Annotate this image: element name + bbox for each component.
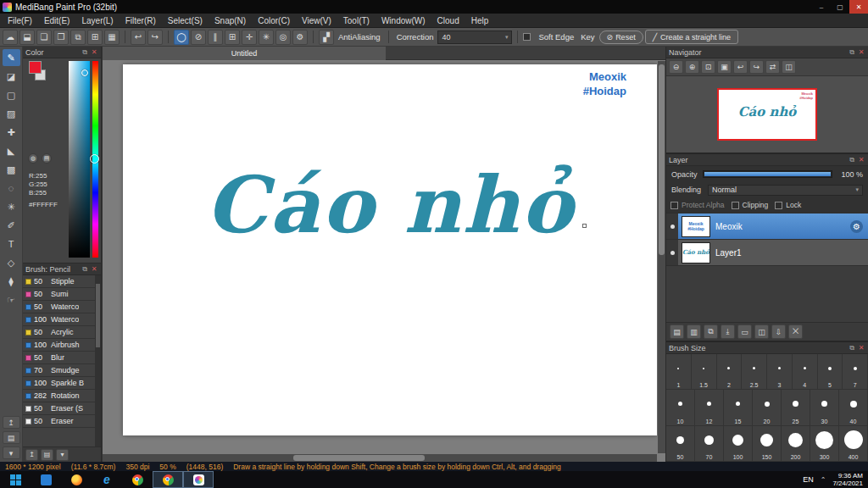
saturation-value-square[interactable]	[69, 61, 90, 258]
chrome-window-icon[interactable]	[153, 471, 183, 488]
marquee-select-tool[interactable]: ▢	[3, 86, 20, 103]
brush-size-option[interactable]: 10	[666, 390, 695, 424]
brush-size-option[interactable]: 20	[753, 390, 782, 424]
vertical-scrollbar[interactable]	[658, 61, 665, 453]
layer-visibility-dot[interactable]	[666, 214, 678, 239]
text-tool[interactable]: T	[3, 236, 20, 252]
close-icon[interactable]: ✕	[90, 265, 98, 273]
actual-size-icon[interactable]: ▣	[717, 60, 732, 74]
close-icon[interactable]: ✕	[857, 48, 865, 56]
brush-size-option[interactable]: 2.5	[742, 354, 767, 389]
bucket-fill-tool[interactable]: ◣	[3, 142, 20, 159]
select-pen-tool[interactable]: ✐	[3, 217, 20, 234]
protect-alpha-checkbox[interactable]	[670, 202, 678, 209]
menu-view[interactable]: View(V)	[296, 14, 337, 27]
brush-item[interactable]: 282Rotation	[23, 390, 95, 402]
close-icon[interactable]: ✕	[90, 48, 98, 56]
navigator-thumbnail[interactable]: Meoxik #Hoidap Cáo nhỏ	[717, 88, 817, 141]
merge-layer-icon[interactable]: ⇩	[771, 324, 786, 339]
horizontal-scroll-thumb[interactable]	[293, 455, 425, 461]
rotate-right-icon[interactable]: ↪	[749, 60, 764, 74]
shape-tool[interactable]: ◇	[3, 254, 20, 271]
firefox-icon[interactable]	[61, 471, 92, 488]
reset-button[interactable]: ⊘ Reset	[599, 30, 643, 44]
menu-layer[interactable]: Layer(L)	[75, 14, 119, 27]
menu-file[interactable]: File(F)	[2, 14, 38, 27]
brush-size-option[interactable]: 25	[782, 390, 810, 424]
brush-size-option[interactable]: 150	[753, 426, 782, 461]
start-button[interactable]	[0, 471, 31, 488]
menu-select[interactable]: Select(S)	[162, 14, 209, 27]
lasso-select-tool[interactable]: ◌	[3, 180, 20, 197]
strip-menu-icon[interactable]: ▾	[3, 446, 20, 459]
lock-checkbox[interactable]	[775, 202, 782, 209]
antialiasing-icon[interactable]: ▞	[319, 30, 334, 45]
protect-alpha-option[interactable]: Protect Alpha	[670, 201, 725, 209]
copy-icon[interactable]: ⧉	[70, 30, 86, 45]
brush-tip-icon[interactable]: ◯	[174, 30, 189, 45]
close-icon[interactable]: ✕	[849, 0, 868, 14]
collapse-panel-icon[interactable]: ↥	[3, 416, 20, 429]
opacity-slider[interactable]	[703, 170, 832, 178]
brush-item[interactable]: 100Sparkle B	[23, 377, 95, 390]
menu-tool[interactable]: Tool(T)	[337, 14, 376, 27]
menu-window[interactable]: Window(W)	[376, 14, 431, 27]
menu-color[interactable]: Color(C)	[252, 14, 296, 27]
popout-icon[interactable]: ⧉	[81, 265, 89, 274]
comment-icon[interactable]: ❏	[36, 30, 52, 45]
brush-item[interactable]: 100Waterco	[23, 313, 95, 326]
correction-select[interactable]: 40 ▾	[437, 30, 512, 44]
tray-expand-icon[interactable]: ⌃	[821, 476, 826, 484]
maximize-icon[interactable]: ▢	[831, 0, 849, 14]
magic-wand-tool[interactable]: ✳	[3, 198, 20, 215]
create-straight-line-button[interactable]: ╱ Create a straight line	[645, 30, 738, 44]
snap-cross-icon[interactable]: ✛	[242, 30, 257, 45]
menu-help[interactable]: Help	[465, 14, 495, 27]
horizontal-scrollbar[interactable]	[103, 454, 657, 462]
brush-item[interactable]: 70Smudge	[23, 364, 95, 377]
transfer-layer-icon[interactable]: ⤓	[721, 324, 735, 339]
popout-icon[interactable]: ⧉	[848, 344, 856, 352]
brush-item[interactable]: 50Waterco	[23, 301, 95, 313]
sv-cursor[interactable]	[81, 69, 88, 76]
color-wheel-icon[interactable]: ◍	[28, 153, 38, 164]
new-folder-icon[interactable]: ▥	[687, 324, 701, 339]
redo-icon[interactable]: ↪	[147, 30, 163, 45]
chat-icon[interactable]: ❐	[53, 30, 69, 45]
snap-settings-icon[interactable]: ⚙	[292, 30, 308, 45]
popout-icon[interactable]: ⧉	[81, 48, 89, 57]
brush-size-option[interactable]: 70	[695, 426, 724, 461]
snap-radial-icon[interactable]: ✳	[259, 30, 274, 45]
brush-menu-icon[interactable]: ▾	[56, 449, 69, 461]
brush-list-scrollbar[interactable]	[95, 275, 101, 446]
scroll-thumb[interactable]	[96, 284, 100, 347]
material-icon[interactable]: ▦	[104, 30, 120, 45]
delete-layer-icon[interactable]: ⨉	[788, 324, 803, 339]
popout-icon[interactable]: ⧉	[848, 156, 856, 164]
close-icon[interactable]: ✕	[857, 344, 865, 352]
save-icon[interactable]: ⬓	[19, 30, 35, 45]
brush-up-icon[interactable]: ↥	[25, 449, 38, 461]
stamp-tool[interactable]: ▨	[3, 105, 20, 122]
mail-icon[interactable]	[31, 471, 61, 488]
drawing-canvas[interactable]: Meoxik #Hoidap Cáo nhỏ	[123, 64, 657, 435]
layer-settings-gear-icon[interactable]: ⚙	[850, 220, 863, 233]
zoom-in-icon[interactable]: ⊕	[685, 60, 699, 74]
brush-size-option[interactable]: 400	[839, 426, 868, 461]
brush-item[interactable]: 50Sumi	[23, 288, 95, 301]
snap-parallel-icon[interactable]: ∥	[208, 30, 223, 45]
undo-icon[interactable]: ↩	[131, 30, 146, 45]
brush-size-option[interactable]: 30	[810, 390, 839, 424]
brush-size-option[interactable]: 300	[810, 426, 839, 461]
document-tab[interactable]: Untitled	[103, 47, 386, 60]
popout-icon[interactable]: ⧉	[848, 48, 856, 57]
brush-size-option[interactable]: 50	[666, 426, 695, 461]
flip-icon[interactable]: ◫	[782, 60, 796, 74]
fit-window-icon[interactable]: ⊡	[701, 60, 715, 74]
snap-circle-icon[interactable]: ◎	[275, 30, 291, 45]
folder-icon[interactable]: ▭	[737, 324, 752, 339]
new-layer-icon[interactable]: ▤	[670, 324, 684, 339]
brush-size-option[interactable]: 3	[767, 354, 793, 389]
add-brush-icon[interactable]: ▤	[41, 449, 53, 461]
rotate-left-icon[interactable]: ↩	[733, 60, 748, 74]
